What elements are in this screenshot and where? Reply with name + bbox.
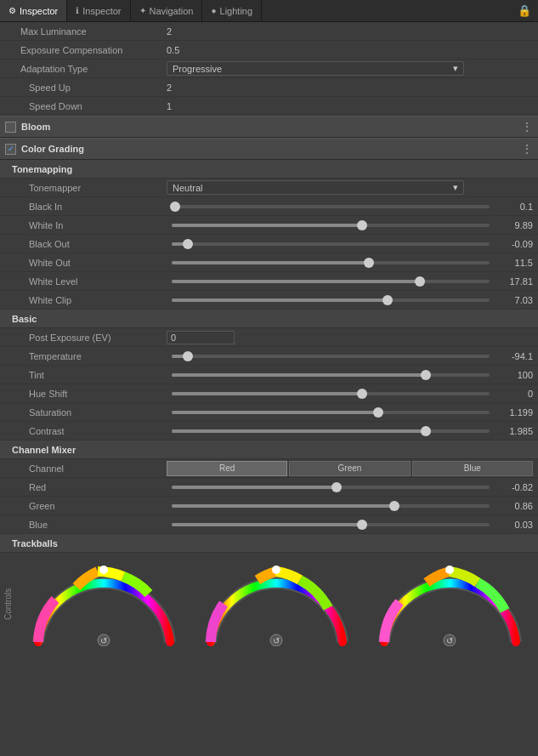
basic-header[interactable]: Basic <box>0 310 538 328</box>
tab-navigation[interactable]: ✦ Navigation <box>131 0 203 21</box>
trackball-midtones-wheel[interactable]: ↺ <box>202 561 351 646</box>
saturation-value: 1.199 <box>495 407 533 418</box>
black-out-value: -0.09 <box>495 239 533 249</box>
tint-fill <box>172 373 426 377</box>
tint-thumb[interactable] <box>421 370 431 380</box>
svg-text:↺: ↺ <box>273 636 280 645</box>
bloom-checkbox[interactable] <box>5 122 16 133</box>
white-in-row: White In 9.89 <box>0 216 538 235</box>
white-in-track[interactable] <box>172 224 490 227</box>
nav-icon: ✦ <box>139 6 146 15</box>
black-out-track[interactable] <box>172 242 490 246</box>
channel-red-thumb[interactable] <box>331 482 342 492</box>
channel-green-thumb[interactable] <box>389 501 399 511</box>
white-clip-label: White Clip <box>5 295 167 305</box>
channel-blue-thumb[interactable] <box>357 520 367 530</box>
channel-mixer-header[interactable]: Channel Mixer <box>0 441 538 459</box>
trackballs-wheels: ↺ ↺ <box>16 558 538 650</box>
channel-blue-row: Blue 0.03 <box>0 515 538 534</box>
trackball-shadows-thumb[interactable] <box>99 566 108 574</box>
white-clip-track[interactable] <box>172 298 490 302</box>
white-out-fill <box>172 261 369 264</box>
trackball-shadows: ↺ <box>30 561 178 646</box>
trackball-shadows-wheel[interactable]: ↺ <box>30 561 178 646</box>
black-in-track[interactable] <box>172 205 490 208</box>
bloom-section-header[interactable]: Bloom ⋮ <box>0 116 538 138</box>
white-out-track[interactable] <box>172 261 490 264</box>
channel-green-button[interactable]: Green <box>289 461 410 476</box>
color-grading-menu-icon[interactable]: ⋮ <box>521 142 533 156</box>
black-out-thumb[interactable] <box>183 239 193 249</box>
saturation-thumb[interactable] <box>373 407 383 418</box>
speed-up-label: Speed Up <box>5 82 167 93</box>
black-in-thumb[interactable] <box>170 202 180 212</box>
trackball-highlights-wheel[interactable]: ↺ <box>376 561 524 646</box>
speed-up-value[interactable]: 2 <box>167 82 533 93</box>
temperature-row: Temperature -94.1 <box>0 347 538 366</box>
white-clip-value: 7.03 <box>495 295 533 305</box>
tab-inspector1[interactable]: ⚙ Inspector <box>0 0 67 21</box>
tonemapping-header[interactable]: Tonemapping <box>0 160 538 179</box>
channel-red-button[interactable]: Red <box>167 461 287 476</box>
gear-icon: ⚙ <box>8 6 16 15</box>
channel-row: Channel Red Green Blue <box>0 459 538 478</box>
trackball-midtones-thumb[interactable] <box>272 566 280 574</box>
trackball-highlights-thumb[interactable] <box>445 566 454 574</box>
channel-red-track[interactable] <box>172 486 490 489</box>
channel-blue-track[interactable] <box>172 523 490 526</box>
speed-down-value[interactable]: 1 <box>167 101 533 111</box>
contrast-thumb[interactable] <box>421 426 431 436</box>
tab-lighting[interactable]: ● Lighting <box>202 0 262 21</box>
saturation-track[interactable] <box>172 411 490 414</box>
post-exposure-input[interactable] <box>167 331 235 344</box>
channel-red-value: -0.82 <box>495 482 533 492</box>
white-level-track[interactable] <box>172 280 490 283</box>
white-level-row: White Level 17.81 <box>0 272 538 291</box>
channel-red-fill <box>172 486 337 489</box>
basic-label: Basic <box>12 314 37 324</box>
temperature-thumb[interactable] <box>183 351 193 361</box>
tonemapper-label: Tonemapper <box>5 183 167 193</box>
contrast-track[interactable] <box>172 429 490 433</box>
channel-blue-fill <box>172 523 362 526</box>
channel-blue-button[interactable]: Blue <box>412 461 533 476</box>
white-out-label: White Out <box>5 258 167 268</box>
trackballs-label: Trackballs <box>12 538 58 549</box>
svg-text:↺: ↺ <box>100 636 107 645</box>
tint-label: Tint <box>5 370 167 380</box>
tonemapper-dropdown[interactable]: Neutral ▾ <box>167 180 464 195</box>
adaptation-type-value: Progressive <box>173 64 222 74</box>
max-luminance-value[interactable]: 2 <box>167 26 533 37</box>
saturation-label: Saturation <box>5 407 167 418</box>
color-grading-checkbox[interactable]: ✓ <box>5 144 16 155</box>
channel-green-track[interactable] <box>172 504 490 508</box>
tab-label: Lighting <box>220 6 253 16</box>
bloom-menu-icon[interactable]: ⋮ <box>521 120 533 134</box>
max-luminance-label: Max Luminance <box>5 26 167 37</box>
exposure-comp-value[interactable]: 0.5 <box>167 45 533 55</box>
white-level-thumb[interactable] <box>415 276 425 287</box>
hue-shift-label: Hue Shift <box>5 389 167 399</box>
adaptation-type-dropdown[interactable]: Progressive ▾ <box>167 61 464 76</box>
color-grading-section-header[interactable]: ✓ Color Grading ⋮ <box>0 138 538 160</box>
white-out-thumb[interactable] <box>364 258 374 268</box>
hue-shift-fill <box>172 392 362 395</box>
trackballs-header[interactable]: Trackballs <box>0 534 538 553</box>
white-out-row: White Out 11.5 <box>0 253 538 272</box>
color-grading-label: Color Grading <box>21 144 521 154</box>
channel-red-label: Red <box>5 482 167 492</box>
white-in-thumb[interactable] <box>357 220 367 230</box>
temperature-track[interactable] <box>172 355 490 358</box>
hue-shift-track[interactable] <box>172 392 490 395</box>
adaptation-type-row: Adaptation Type Progressive ▾ <box>0 60 538 78</box>
tab-inspector2[interactable]: ℹ Inspector <box>67 0 130 21</box>
saturation-fill <box>172 411 378 414</box>
trackball-highlights: ↺ <box>376 561 524 646</box>
tint-track[interactable] <box>172 373 490 377</box>
hue-shift-thumb[interactable] <box>357 389 367 399</box>
white-clip-thumb[interactable] <box>382 295 393 305</box>
contrast-fill <box>172 429 426 433</box>
channel-mixer-label: Channel Mixer <box>12 445 76 455</box>
lock-icon[interactable]: 🔒 <box>511 4 538 17</box>
trackballs-container: Controls <box>0 553 538 655</box>
